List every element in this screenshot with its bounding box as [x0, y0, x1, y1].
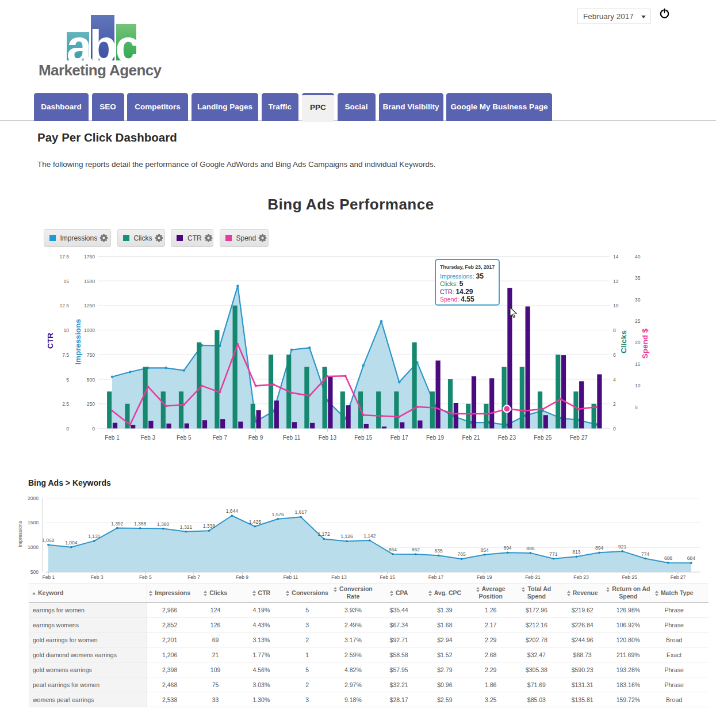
svg-text:Impressions: Impressions: [17, 521, 23, 547]
svg-text:35: 35: [635, 275, 641, 281]
svg-text:2: 2: [613, 401, 616, 407]
svg-text:12: 12: [613, 279, 619, 284]
svg-text:1250: 1250: [84, 303, 95, 308]
svg-text:1500: 1500: [84, 279, 95, 284]
svg-text:2.5: 2.5: [62, 401, 69, 407]
svg-text:Feb 23: Feb 23: [498, 434, 516, 441]
svg-text:684: 684: [687, 555, 695, 561]
svg-text:Feb 21: Feb 21: [462, 434, 480, 441]
svg-text:250: 250: [87, 401, 95, 407]
svg-text:Feb 27: Feb 27: [570, 434, 588, 441]
svg-text:Spend $: Spend $: [641, 328, 649, 359]
svg-text:Feb 7: Feb 7: [212, 434, 227, 441]
svg-text:864: 864: [389, 547, 397, 552]
svg-text:1,172: 1,172: [317, 531, 330, 537]
svg-text:688: 688: [664, 555, 672, 561]
svg-text:1750: 1750: [84, 254, 95, 260]
svg-text:6: 6: [613, 352, 616, 358]
svg-text:500: 500: [87, 377, 95, 383]
svg-text:1500: 1500: [28, 520, 39, 525]
svg-text:Impressions: Impressions: [74, 319, 82, 365]
svg-text:1,052: 1,052: [42, 538, 55, 543]
svg-text:Feb 5: Feb 5: [139, 574, 152, 580]
svg-text:1,388: 1,388: [134, 521, 147, 527]
svg-text:765: 765: [458, 551, 466, 557]
svg-text:25: 25: [635, 318, 641, 324]
svg-text:10: 10: [64, 327, 70, 333]
svg-text:Feb 17: Feb 17: [428, 574, 444, 580]
svg-text:Feb 17: Feb 17: [390, 434, 409, 441]
svg-text:0: 0: [92, 426, 95, 432]
svg-text:2000: 2000: [28, 496, 39, 501]
svg-text:Feb 1: Feb 1: [43, 574, 55, 580]
svg-text:15: 15: [635, 361, 641, 367]
svg-text:Feb 19: Feb 19: [477, 574, 492, 580]
svg-text:Feb 15: Feb 15: [354, 434, 373, 441]
svg-text:Feb 19: Feb 19: [426, 434, 445, 441]
svg-text:Feb 5: Feb 5: [177, 434, 192, 441]
svg-text:Clicks: Clicks: [619, 330, 628, 353]
svg-text:8: 8: [613, 327, 616, 333]
svg-text:1000: 1000: [28, 544, 39, 550]
svg-text:Feb 23: Feb 23: [573, 574, 589, 580]
svg-text:1,321: 1,321: [180, 524, 193, 530]
svg-text:835: 835: [435, 548, 443, 554]
svg-text:1,576: 1,576: [272, 512, 285, 517]
svg-text:774: 774: [641, 551, 649, 557]
svg-text:Feb 3: Feb 3: [91, 574, 104, 580]
svg-text:862: 862: [412, 547, 420, 552]
svg-text:894: 894: [503, 545, 511, 551]
svg-text:20: 20: [635, 340, 641, 345]
svg-text:1,380: 1,380: [157, 521, 170, 527]
svg-text:Feb 11: Feb 11: [283, 434, 301, 441]
svg-text:Feb 25: Feb 25: [534, 434, 552, 441]
svg-text:0: 0: [613, 426, 616, 432]
svg-text:Feb 25: Feb 25: [622, 574, 638, 580]
svg-text:854: 854: [481, 547, 489, 553]
svg-text:813: 813: [572, 549, 580, 555]
svg-text:1,126: 1,126: [340, 533, 353, 539]
svg-text:Feb 3: Feb 3: [141, 434, 156, 441]
svg-text:1,142: 1,142: [363, 533, 376, 539]
svg-text:10: 10: [613, 303, 619, 308]
svg-text:Feb 27: Feb 27: [671, 574, 686, 580]
svg-text:17.5: 17.5: [59, 254, 69, 260]
svg-text:894: 894: [595, 545, 603, 551]
svg-text:1,004: 1,004: [65, 540, 78, 546]
svg-text:Feb 21: Feb 21: [525, 574, 541, 580]
svg-text:1,425: 1,425: [249, 519, 262, 525]
svg-text:1,131: 1,131: [88, 533, 101, 539]
svg-text:5: 5: [66, 377, 69, 383]
svg-text:1,392: 1,392: [111, 521, 124, 527]
svg-text:Feb 9: Feb 9: [248, 434, 263, 441]
svg-text:Feb 9: Feb 9: [236, 574, 248, 580]
svg-text:Feb 1: Feb 1: [105, 434, 120, 441]
svg-text:771: 771: [549, 551, 557, 557]
svg-text:5: 5: [635, 405, 638, 410]
svg-text:30: 30: [635, 297, 641, 303]
svg-text:10: 10: [635, 383, 641, 388]
svg-text:14: 14: [613, 254, 619, 260]
svg-text:921: 921: [618, 544, 626, 550]
svg-text:Feb 15: Feb 15: [380, 574, 396, 580]
svg-text:Feb 11: Feb 11: [283, 574, 298, 580]
svg-text:Feb 13: Feb 13: [319, 434, 337, 441]
svg-text:Feb 13: Feb 13: [331, 574, 347, 580]
svg-text:15: 15: [64, 279, 70, 284]
svg-text:0: 0: [66, 426, 69, 432]
svg-text:1,617: 1,617: [294, 509, 307, 515]
svg-text:500: 500: [30, 569, 39, 575]
svg-text:1,338: 1,338: [203, 523, 216, 529]
svg-text:CTR: CTR: [46, 333, 55, 349]
svg-text:1000: 1000: [84, 327, 95, 333]
svg-text:750: 750: [87, 352, 95, 358]
svg-text:4: 4: [613, 377, 616, 383]
svg-text:886: 886: [526, 546, 534, 551]
svg-text:7.5: 7.5: [62, 352, 69, 358]
svg-text:1,644: 1,644: [226, 508, 239, 514]
svg-text:Feb 7: Feb 7: [187, 574, 200, 580]
svg-text:12.5: 12.5: [59, 303, 69, 308]
svg-text:40: 40: [635, 254, 641, 260]
